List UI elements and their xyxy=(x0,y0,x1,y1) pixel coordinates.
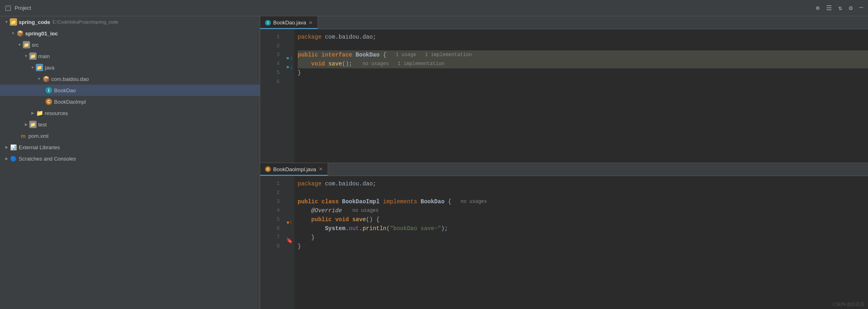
collapse-all-icon[interactable]: ☰ xyxy=(826,4,832,12)
top-editor-section: I BookDao.java ✕ 1 2 3 4 5 6 ● xyxy=(260,16,868,163)
code-line-5: public void save() { xyxy=(298,215,868,224)
tab-BookDaoImpl[interactable]: C BookDaoImpl.java ✕ xyxy=(260,163,328,176)
tree-label: resources xyxy=(45,110,68,116)
expand-arrow: ▶ xyxy=(3,145,10,149)
bottom-tab-bar: C BookDaoImpl.java ✕ xyxy=(260,163,868,176)
package-icon: 📦 xyxy=(42,75,50,83)
expand-arrow: ▶ xyxy=(3,157,10,161)
tree-label: Scratches and Consoles xyxy=(19,156,76,162)
expand-arrow: ▼ xyxy=(23,54,29,58)
resources-folder-icon: 📁 xyxy=(36,109,43,117)
tree-item-test[interactable]: ▶ 📁 test xyxy=(0,119,260,130)
expand-arrow: ▼ xyxy=(29,65,36,70)
tab-interface-icon: I xyxy=(265,20,271,26)
expand-arrow: ▼ xyxy=(36,77,42,81)
xml-icon: m xyxy=(20,132,27,139)
tree-item-package[interactable]: ▼ 📦 com.baidou.dao xyxy=(0,73,260,85)
bottom-editor-section: C BookDaoImpl.java ✕ 1 2 3 4 5 6 7 8 xyxy=(260,163,868,309)
settings-icon[interactable]: ⚙ xyxy=(849,4,853,12)
bottom-code-area[interactable]: 1 2 3 4 5 6 7 8 ●↑ 🔖 xyxy=(260,176,868,309)
tree-label: src xyxy=(32,42,39,48)
tab-label: BookDaoImpl.java xyxy=(273,166,316,172)
main-layout: ▼ 📁 spring_code E:\Code\IdeaProject\spri… xyxy=(0,16,868,309)
tree-item-BookDao[interactable]: I BookDao xyxy=(0,85,260,96)
top-tab-bar: I BookDao.java ✕ xyxy=(260,16,868,29)
module-icon: 📦 xyxy=(16,30,24,37)
tree-item-spring01-ioc[interactable]: ▼ 📦 spring01_ioc xyxy=(0,28,260,39)
code-line-6 xyxy=(298,77,868,86)
scratch-icon: 🔵 xyxy=(10,155,17,162)
folder-icon: 📁 xyxy=(29,52,37,60)
code-line-1: package com.baidou.dao; xyxy=(298,33,868,41)
tab-close-icon[interactable]: ✕ xyxy=(319,166,323,172)
override-gutter-5[interactable]: ●↑ xyxy=(285,218,294,227)
bottom-gutter: ●↑ 🔖 xyxy=(285,176,294,309)
tree-label: spring_code xyxy=(19,19,50,25)
code-line-2 xyxy=(298,188,868,197)
panel-title: Project xyxy=(15,5,31,11)
top-code-area[interactable]: 1 2 3 4 5 6 ●↓ ●↓ package com xyxy=(260,29,868,163)
title-bar-icon xyxy=(5,5,11,11)
tree-label: External Libraries xyxy=(19,144,60,150)
expand-arrow: ▶ xyxy=(29,111,36,115)
watermark: CSDN @白百五 xyxy=(833,301,865,307)
add-content-icon[interactable]: ⊕ xyxy=(816,4,820,12)
impl-gutter-4[interactable]: ●↓ xyxy=(285,63,294,72)
tree-label: test xyxy=(38,122,47,128)
folder-icon: 📁 xyxy=(10,18,17,26)
minimize-icon[interactable]: ─ xyxy=(859,4,863,12)
tab-label: BookDao.java xyxy=(273,20,306,26)
expand-arrow: ▼ xyxy=(10,31,16,35)
code-line-2 xyxy=(298,41,868,50)
tree-label: java xyxy=(45,65,54,71)
tree-label: spring01_ioc xyxy=(25,30,58,37)
folder-icon: 📁 xyxy=(29,121,37,128)
code-line-4: void save(); no usages 1 implementation xyxy=(298,59,868,68)
tree-label: com.baidou.dao xyxy=(51,76,89,82)
tree-label: main xyxy=(38,53,50,59)
tree-label: BookDao xyxy=(54,87,76,94)
code-line-5: } xyxy=(298,68,868,77)
code-line-4: @Override no usages xyxy=(298,206,868,215)
code-line-8: } xyxy=(298,242,868,251)
tree-item-src[interactable]: ▼ 📁 src xyxy=(0,39,260,50)
code-line-1: package com.baidou.dao; xyxy=(298,179,868,188)
tree-item-pom[interactable]: m pom.xml xyxy=(0,130,260,141)
folder-icon: 📁 xyxy=(23,41,30,48)
tree-item-external-libraries[interactable]: ▶ 📊 External Libraries xyxy=(0,141,260,153)
tree-item-java[interactable]: ▼ 📁 java xyxy=(0,62,260,73)
bottom-line-numbers: 1 2 3 4 5 6 7 8 xyxy=(260,176,285,309)
tab-class-icon: C xyxy=(265,166,271,172)
code-line-3: public interface BookDao { 1 usage 1 imp… xyxy=(298,50,868,59)
java-folder-icon: 📁 xyxy=(36,64,43,71)
tree-item-scratches[interactable]: ▶ 🔵 Scratches and Consoles xyxy=(0,153,260,164)
svg-rect-1 xyxy=(6,6,11,7)
tree-label: BookDaoImpl xyxy=(54,99,86,105)
editor-area: I BookDao.java ✕ 1 2 3 4 5 6 ● xyxy=(260,16,868,309)
impl-gutter-3[interactable]: ●↓ xyxy=(285,54,294,63)
title-bar-left: Project xyxy=(5,5,31,11)
tree-item-main[interactable]: ▼ 📁 main xyxy=(0,50,260,62)
interface-icon: I xyxy=(46,87,52,94)
title-bar-actions: ⊕ ☰ ⇅ ⚙ ─ xyxy=(816,4,863,12)
tree-item-resources[interactable]: ▶ 📁 resources xyxy=(0,107,260,119)
tab-close-icon[interactable]: ✕ xyxy=(309,20,313,26)
expand-arrow: ▶ xyxy=(23,122,29,126)
top-code-content[interactable]: package com.baidou.dao; public interface… xyxy=(294,29,868,163)
tree-item-spring-code[interactable]: ▼ 📁 spring_code E:\Code\IdeaProject\spri… xyxy=(0,16,260,28)
title-bar: Project ⊕ ☰ ⇅ ⚙ ─ xyxy=(0,0,868,16)
class-icon: C xyxy=(46,98,52,105)
expand-arrow: ▼ xyxy=(3,20,10,24)
tab-BookDao[interactable]: I BookDao.java ✕ xyxy=(260,16,318,29)
bookmark-gutter-7[interactable]: 🔖 xyxy=(285,236,294,245)
expand-arrow: ▼ xyxy=(16,43,23,47)
tree-path: E:\Code\IdeaProject\spring_code xyxy=(52,20,118,24)
top-gutter: ●↓ ●↓ xyxy=(285,29,294,163)
tree-label: pom.xml xyxy=(28,133,48,139)
code-line-6: System.out.println("bookDao save~"); xyxy=(298,224,868,233)
tree-item-BookDaoImpl[interactable]: C BookDaoImpl xyxy=(0,96,260,107)
project-tree[interactable]: ▼ 📁 spring_code E:\Code\IdeaProject\spri… xyxy=(0,16,260,309)
bottom-code-content[interactable]: package com.baidou.dao; public class Boo… xyxy=(294,176,868,309)
library-icon: 📊 xyxy=(10,144,17,151)
expand-all-icon[interactable]: ⇅ xyxy=(838,4,842,12)
